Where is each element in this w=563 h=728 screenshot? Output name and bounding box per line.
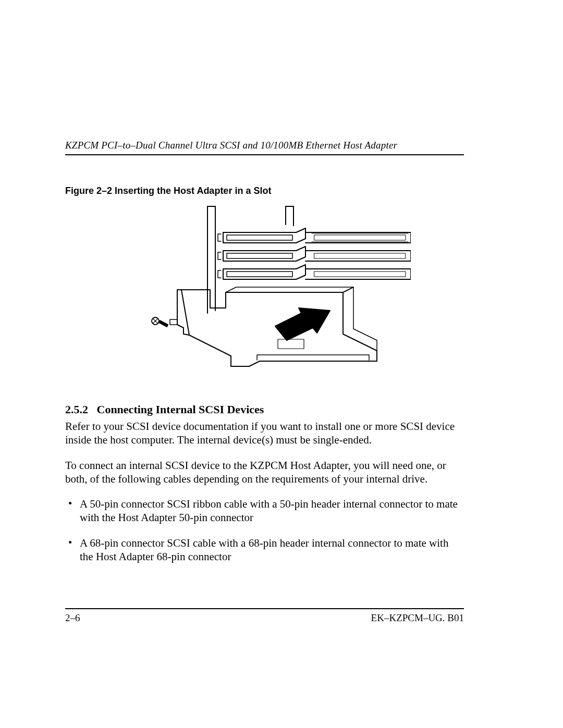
paragraph-2: To connect an internal SCSI device to th… xyxy=(65,459,464,486)
list-item: A 68-pin connector SCSI cable with a 68-… xyxy=(65,536,464,564)
host-adapter-insertion-illustration: Inserting the Host Adapter in a Slot xyxy=(119,204,411,386)
page: KZPCM PCI–to–Dual Channel Ultra SCSI and… xyxy=(0,0,563,728)
content-area: KZPCM PCI–to–Dual Channel Ultra SCSI and… xyxy=(65,140,464,634)
page-number: 2–6 xyxy=(65,612,80,624)
figure-caption: Figure 2–2 Inserting the Host Adapter in… xyxy=(65,186,464,196)
bullet-list: A 50-pin connector SCSI ribbon cable wit… xyxy=(65,497,464,563)
paragraph-1: Refer to your SCSI device documentation … xyxy=(65,419,464,447)
document-id: EK–KZPCM–UG. B01 xyxy=(371,612,464,624)
list-item: A 50-pin connector SCSI ribbon cable wit… xyxy=(65,497,464,525)
section-title: Connecting Internal SCSI Devices xyxy=(97,403,264,416)
section-number: 2.5.2 xyxy=(65,403,88,416)
figure-2-2: Inserting the Host Adapter in a Slot xyxy=(65,204,464,388)
running-head: KZPCM PCI–to–Dual Channel Ultra SCSI and… xyxy=(65,140,464,155)
section-heading: 2.5.2 Connecting Internal SCSI Devices xyxy=(65,403,464,416)
page-footer: 2–6 EK–KZPCM–UG. B01 xyxy=(65,608,464,624)
